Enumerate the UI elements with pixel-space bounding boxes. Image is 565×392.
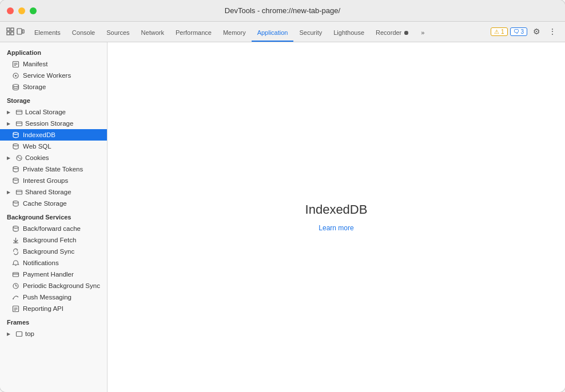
settings-icon[interactable]: ⚙ <box>530 25 543 38</box>
tab-network[interactable]: Network <box>136 25 170 42</box>
sidebar-item-indexeddb[interactable]: IndexedDB <box>0 129 107 141</box>
info-badge[interactable]: 🗨 3 <box>510 27 527 36</box>
inspect-icon[interactable] <box>6 27 15 36</box>
sidebar-item-push-messaging[interactable]: Push Messaging <box>0 291 107 303</box>
svg-point-26 <box>13 201 18 203</box>
indexeddb-label: IndexedDB <box>23 131 55 138</box>
sidebar-item-cookies[interactable]: ▶ Cookies <box>0 152 107 163</box>
close-button[interactable] <box>7 7 14 14</box>
sidebar-item-shared-storage[interactable]: ▶ Shared Storage <box>0 186 107 198</box>
svg-point-18 <box>13 143 18 146</box>
tab-performance[interactable]: Performance <box>170 25 217 42</box>
svg-rect-41 <box>16 331 22 336</box>
chevron-right-icon2: ▶ <box>7 121 13 126</box>
svg-point-21 <box>19 158 21 159</box>
session-storage-icon <box>15 119 23 127</box>
sidebar: Application Manifest <box>0 42 108 392</box>
chevron-right-icon: ▶ <box>7 110 13 115</box>
sidebar-item-manifest[interactable]: Manifest <box>0 58 107 70</box>
svg-point-11 <box>15 75 17 77</box>
websql-label: Web SQL <box>23 143 51 150</box>
sidebar-item-storage-app[interactable]: Storage <box>0 81 107 93</box>
window-title: DevTools - chrome://new-tab-page/ <box>225 6 340 15</box>
background-fetch-label: Background Fetch <box>23 237 76 243</box>
tabs-bar: Elements Console Sources Network Perform… <box>0 22 565 42</box>
manifest-label: Manifest <box>23 61 47 67</box>
content-title: IndexedDB <box>305 202 368 217</box>
learn-more-link[interactable]: Learn more <box>319 224 353 232</box>
sidebar-item-cache-storage[interactable]: Cache Storage <box>0 198 107 209</box>
content-area: IndexedDB Learn more <box>108 42 565 392</box>
svg-rect-1 <box>11 28 14 31</box>
warning-badge[interactable]: ⚠ 1 <box>491 27 507 36</box>
sidebar-item-background-sync[interactable]: Background Sync <box>0 246 107 257</box>
sidebar-item-session-storage[interactable]: ▶ Session Storage <box>0 118 107 129</box>
tab-more[interactable]: » <box>415 25 430 42</box>
websql-icon <box>11 142 19 150</box>
tab-security[interactable]: Security <box>293 25 328 42</box>
interest-groups-icon <box>11 177 19 185</box>
sidebar-item-websql[interactable]: Web SQL <box>0 141 107 152</box>
private-state-tokens-label: Private State Tokens <box>23 166 83 173</box>
service-workers-icon <box>11 71 19 79</box>
minimize-button[interactable] <box>18 7 25 14</box>
chevron-right-icon5: ▶ <box>7 331 13 337</box>
svg-rect-15 <box>16 122 22 126</box>
reporting-api-label: Reporting API <box>23 305 63 312</box>
svg-rect-4 <box>17 29 22 34</box>
sidebar-item-payment-handler[interactable]: Payment Handler <box>0 269 107 280</box>
more-options-icon[interactable]: ⋮ <box>546 25 559 38</box>
local-storage-label: Local Storage <box>25 109 66 115</box>
maximize-button[interactable] <box>30 7 37 14</box>
svg-point-12 <box>13 84 18 86</box>
sidebar-item-background-fetch[interactable]: Background Fetch <box>0 234 107 246</box>
tab-memory[interactable]: Memory <box>217 25 252 42</box>
local-storage-icon <box>15 108 23 116</box>
sidebar-item-back-forward-cache[interactable]: Back/forward cache <box>0 223 107 234</box>
reporting-api-icon <box>11 305 19 313</box>
tab-elements[interactable]: Elements <box>29 25 66 42</box>
service-workers-label: Service Workers <box>23 72 71 79</box>
svg-point-23 <box>13 178 18 180</box>
push-messaging-label: Push Messaging <box>23 294 71 301</box>
sidebar-item-periodic-background-sync[interactable]: Periodic Background Sync <box>0 280 107 291</box>
tabs-right-controls: ⚠ 1 🗨 3 ⚙ ⋮ <box>491 21 563 42</box>
main-layout: Application Manifest <box>0 42 565 392</box>
sidebar-item-notifications[interactable]: Notifications <box>0 257 107 269</box>
periodic-background-sync-label: Periodic Background Sync <box>23 282 100 289</box>
sidebar-item-frames-top[interactable]: ▶ top <box>0 328 107 339</box>
tab-console[interactable]: Console <box>66 25 101 42</box>
indexeddb-icon <box>11 131 19 139</box>
sidebar-item-service-workers[interactable]: Service Workers <box>0 70 107 81</box>
svg-rect-0 <box>7 28 10 31</box>
svg-point-27 <box>13 226 18 228</box>
sidebar-item-reporting-api[interactable]: Reporting API <box>0 303 107 314</box>
tab-sources[interactable]: Sources <box>101 25 135 42</box>
tab-recorder[interactable]: Recorder ⏺ <box>370 25 415 42</box>
chevron-right-icon3: ▶ <box>7 155 13 161</box>
storage-section-label: Storage <box>0 93 107 106</box>
cache-storage-label: Cache Storage <box>23 200 67 207</box>
window-controls[interactable] <box>7 7 37 14</box>
shared-storage-label: Shared Storage <box>25 189 71 195</box>
cookies-label: Cookies <box>25 154 49 161</box>
sidebar-item-local-storage[interactable]: ▶ Local Storage <box>0 106 107 118</box>
manifest-icon <box>11 60 19 68</box>
svg-point-17 <box>13 132 18 134</box>
device-icon[interactable] <box>16 27 25 36</box>
background-fetch-icon <box>11 236 19 244</box>
cookies-icon <box>15 154 23 162</box>
background-sync-icon <box>11 247 19 255</box>
tab-application[interactable]: Application <box>252 25 294 42</box>
sidebar-item-private-state-tokens[interactable]: Private State Tokens <box>0 163 107 175</box>
application-section-label: Application <box>0 45 107 58</box>
cache-storage-icon <box>11 199 19 207</box>
svg-rect-3 <box>11 32 14 35</box>
tab-lighthouse[interactable]: Lighthouse <box>328 25 370 42</box>
back-forward-cache-icon <box>11 225 19 233</box>
chevron-right-icon4: ▶ <box>7 190 13 195</box>
svg-rect-31 <box>13 273 18 277</box>
sidebar-item-interest-groups[interactable]: Interest Groups <box>0 175 107 186</box>
svg-rect-13 <box>16 110 22 114</box>
svg-point-20 <box>18 157 19 158</box>
